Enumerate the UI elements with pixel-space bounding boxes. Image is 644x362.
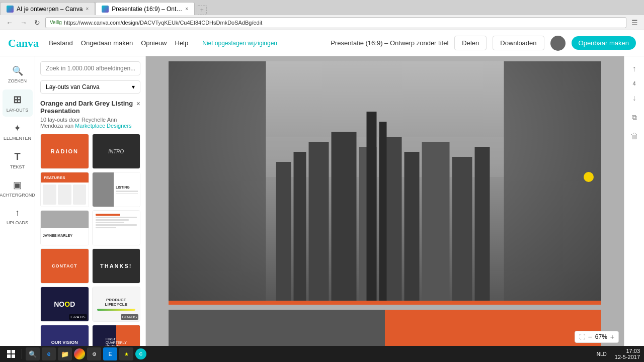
layout-thumb-radion[interactable]: RADION bbox=[40, 134, 89, 169]
tab-close-2[interactable]: × bbox=[185, 6, 188, 12]
right-sidebar: ↑ 4 ↓ ⧉ 🗑 bbox=[624, 56, 644, 346]
svg-rect-14 bbox=[7, 350, 11, 353]
sidebar-elements-label: ELEMENTEN bbox=[4, 136, 31, 141]
fullscreen-icon[interactable]: ⛶ bbox=[579, 333, 585, 340]
move-down-icon[interactable]: ↓ bbox=[627, 90, 642, 106]
taskbar-search[interactable]: 🔍 bbox=[26, 347, 40, 360]
layout-selector-label: Lay-outs van Canva bbox=[46, 83, 100, 90]
layout-thumb-features[interactable]: FEATURES bbox=[40, 172, 89, 207]
move-up-icon[interactable]: ↑ bbox=[627, 61, 642, 76]
taskbar-time: 17:03 12-5-2017 bbox=[615, 348, 640, 360]
taskbar-app2[interactable]: ⚙ bbox=[87, 347, 101, 360]
taskbar-start[interactable] bbox=[4, 347, 18, 360]
duplicate-icon[interactable]: ⧉ bbox=[627, 110, 642, 125]
taskbar-ie[interactable]: e bbox=[42, 347, 56, 360]
taskbar-app3[interactable]: E bbox=[103, 347, 117, 360]
svg-rect-2 bbox=[276, 162, 291, 303]
layout-thumb-intro[interactable]: INTRO bbox=[92, 134, 141, 169]
layout-thumb-person[interactable]: JAYNEE MARLEY bbox=[40, 210, 89, 245]
slide2-right bbox=[385, 310, 601, 346]
new-tab-button[interactable]: + bbox=[197, 5, 207, 15]
menu-bestand[interactable]: Bestand bbox=[49, 39, 73, 47]
thumb-quarterly-bg: FIRSTQUARTERLYREPORT bbox=[93, 325, 140, 346]
collection-title: Orange and Dark Grey Listing Presentatio… bbox=[40, 100, 136, 115]
thumb-doc-bg bbox=[93, 211, 140, 245]
browser-tab-2[interactable]: Presentatie (16:9) – Ont… × bbox=[95, 2, 195, 15]
gratis-badge-product: GRATIS bbox=[121, 314, 138, 320]
publish-button[interactable]: Openbaar maken bbox=[572, 36, 636, 50]
layout-selector[interactable]: Lay-outs van Canva ▾ bbox=[40, 80, 140, 94]
slide1-image bbox=[169, 61, 407, 305]
sidebar-item-text[interactable]: T TEKST bbox=[3, 147, 33, 173]
secure-label: Veilig bbox=[50, 20, 62, 25]
left-panel: Lay-outs van Canva ▾ Orange and Dark Gre… bbox=[35, 56, 146, 346]
thumb-vision-bg: OUR VISION bbox=[41, 325, 89, 346]
tab-label-1: AI je ontwerpen – Canva bbox=[17, 6, 83, 13]
browser-tab-1[interactable]: AI je ontwerpen – Canva × bbox=[0, 2, 95, 15]
collection-close-button[interactable]: × bbox=[136, 100, 140, 108]
chevron-down-icon: ▾ bbox=[132, 83, 135, 90]
slide1: LISTING an arrangement, agreement, or co… bbox=[169, 61, 601, 305]
svg-rect-17 bbox=[12, 354, 15, 358]
thumb-intro-bg: INTRO bbox=[93, 134, 140, 168]
layout-thumb-listing[interactable]: LISTING bbox=[92, 172, 141, 207]
sidebar-item-background[interactable]: ▣ ACHTERGROND bbox=[3, 175, 33, 202]
menu-help[interactable]: Help bbox=[175, 39, 189, 47]
layouts-icon: ⊞ bbox=[13, 94, 22, 106]
thumb-person-bg: JAYNEE MARLEY bbox=[41, 211, 89, 245]
search-icon: 🔍 bbox=[12, 65, 23, 76]
zoom-bar: ⛶ − 67% + bbox=[575, 331, 619, 343]
slide1-orange-bottom-bar bbox=[169, 301, 601, 305]
collection-meta-link[interactable]: Marketplace Designers bbox=[75, 123, 132, 129]
sidebar-item-search[interactable]: 🔍 ZOEKEN bbox=[3, 61, 33, 87]
sidebar-item-uploads[interactable]: ↑ UPLOADS bbox=[3, 204, 33, 229]
city-background bbox=[169, 61, 407, 305]
layouts-grid: RADION INTRO FEATURES bbox=[40, 134, 140, 346]
nav-reload[interactable]: ↻ bbox=[32, 18, 42, 28]
delete-icon[interactable]: 🗑 bbox=[627, 129, 642, 144]
layout-thumb-product[interactable]: PRODUCT LIFECYCLE GRATIS bbox=[92, 287, 141, 322]
thumb-radion-bg: RADION bbox=[41, 134, 89, 168]
sidebar-background-label: ACHTERGROND bbox=[0, 193, 35, 198]
taskbar-folder[interactable]: 📁 bbox=[58, 347, 72, 360]
thumb-thanks-bg: THANKS! bbox=[93, 249, 140, 283]
background-icon: ▣ bbox=[13, 179, 22, 191]
taskbar-app4[interactable]: ★ bbox=[119, 347, 133, 360]
tab-close-1[interactable]: × bbox=[86, 6, 89, 12]
sidebar-text-label: TEKST bbox=[10, 164, 25, 169]
menu-opnieuw[interactable]: Opnieuw bbox=[141, 39, 167, 47]
uploads-icon: ↑ bbox=[15, 208, 20, 218]
slide2 bbox=[169, 310, 601, 346]
zoom-plus-button[interactable]: + bbox=[610, 333, 614, 341]
layout-thumb-quarterly[interactable]: FIRSTQUARTERLYREPORT GRATIS bbox=[92, 325, 141, 346]
gratis-badge-nood: GRATIS bbox=[69, 314, 87, 320]
elements-icon: ✦ bbox=[14, 123, 21, 134]
address-bar[interactable]: Veilig https://www.canva.com/design/DACV… bbox=[45, 17, 626, 28]
sidebar-uploads-label: UPLOADS bbox=[7, 220, 28, 225]
slide1-container[interactable]: LISTING an arrangement, agreement, or co… bbox=[169, 61, 601, 305]
layout-thumb-vision[interactable]: OUR VISION GRATIS bbox=[40, 325, 89, 346]
svg-rect-16 bbox=[7, 354, 11, 358]
taskbar-canva[interactable]: C bbox=[135, 348, 146, 359]
taskbar-chrome[interactable] bbox=[74, 348, 85, 359]
city-svg bbox=[169, 61, 407, 305]
nav-forward[interactable]: → bbox=[18, 18, 29, 28]
layout-thumb-doc[interactable] bbox=[92, 210, 141, 245]
collection-meta: 10 lay-outs door Reychelle Ann Mendoza v… bbox=[40, 117, 140, 129]
nav-back[interactable]: ← bbox=[4, 18, 15, 28]
sidebar-item-layouts[interactable]: ⊞ LAY-OUTS bbox=[3, 89, 33, 117]
nav-settings[interactable]: ☰ bbox=[629, 18, 640, 28]
sidebar-item-elements[interactable]: ✦ ELEMENTEN bbox=[3, 119, 33, 145]
share-button[interactable]: Delen bbox=[454, 36, 487, 50]
layout-thumb-thanks[interactable]: THANKS! bbox=[92, 248, 141, 284]
thumb-contact-bg: CONTACT bbox=[41, 249, 89, 283]
layout-thumb-contact[interactable]: CONTACT bbox=[40, 248, 89, 284]
menu-ongedaan[interactable]: Ongedaan maken bbox=[81, 39, 133, 47]
zoom-minus-button[interactable]: − bbox=[588, 333, 592, 341]
download-button[interactable]: Downloaden bbox=[493, 36, 544, 50]
layout-thumb-nood[interactable]: NOOD GRATIS bbox=[40, 287, 89, 322]
svg-rect-15 bbox=[12, 350, 15, 353]
search-input[interactable] bbox=[40, 61, 140, 75]
slide2-container[interactable] bbox=[169, 310, 601, 346]
canva-logo[interactable]: Canva bbox=[8, 37, 39, 50]
